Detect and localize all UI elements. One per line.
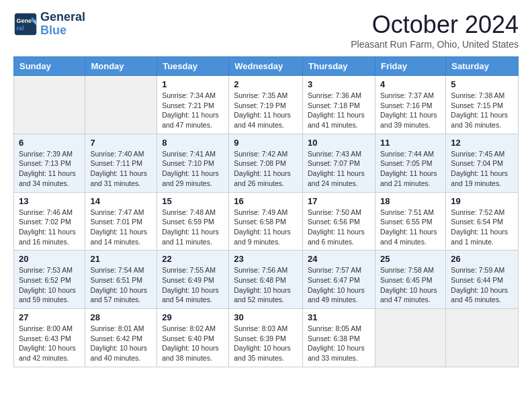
- day-number: 31: [308, 312, 370, 322]
- day-cell: [14, 76, 85, 134]
- day-cell: 7Sunrise: 7:40 AM Sunset: 7:11 PM Daylig…: [85, 134, 157, 192]
- col-header-monday: Monday: [85, 57, 157, 76]
- day-cell: [85, 76, 157, 134]
- week-row-5: 27Sunrise: 8:00 AM Sunset: 6:43 PM Dayli…: [14, 309, 519, 367]
- day-info: Sunrise: 7:41 AM Sunset: 7:10 PM Dayligh…: [162, 149, 224, 189]
- day-cell: 9Sunrise: 7:42 AM Sunset: 7:08 PM Daylig…: [229, 134, 303, 192]
- day-cell: 18Sunrise: 7:51 AM Sunset: 6:55 PM Dayli…: [375, 192, 445, 250]
- day-number: 10: [308, 138, 370, 148]
- day-info: Sunrise: 7:57 AM Sunset: 6:47 PM Dayligh…: [308, 265, 370, 305]
- day-number: 11: [380, 138, 441, 148]
- day-number: 21: [90, 254, 152, 264]
- logo-text-line1: General: [40, 11, 85, 24]
- day-cell: 11Sunrise: 7:44 AM Sunset: 7:05 PM Dayli…: [375, 134, 445, 192]
- day-number: 29: [162, 312, 224, 322]
- col-header-tuesday: Tuesday: [157, 57, 229, 76]
- day-info: Sunrise: 7:45 AM Sunset: 7:04 PM Dayligh…: [451, 149, 513, 189]
- day-cell: 3Sunrise: 7:36 AM Sunset: 7:18 PM Daylig…: [303, 76, 375, 134]
- day-cell: 12Sunrise: 7:45 AM Sunset: 7:04 PM Dayli…: [446, 134, 519, 192]
- day-info: Sunrise: 7:39 AM Sunset: 7:13 PM Dayligh…: [19, 149, 80, 189]
- day-info: Sunrise: 7:37 AM Sunset: 7:16 PM Dayligh…: [380, 91, 441, 130]
- day-info: Sunrise: 7:36 AM Sunset: 7:18 PM Dayligh…: [308, 91, 370, 130]
- day-info: Sunrise: 7:58 AM Sunset: 6:45 PM Dayligh…: [380, 265, 441, 305]
- col-header-sunday: Sunday: [14, 57, 85, 76]
- day-cell: 22Sunrise: 7:55 AM Sunset: 6:49 PM Dayli…: [157, 250, 229, 309]
- day-cell: 30Sunrise: 8:03 AM Sunset: 6:39 PM Dayli…: [229, 309, 303, 367]
- day-number: 15: [162, 196, 224, 206]
- day-info: Sunrise: 7:43 AM Sunset: 7:07 PM Dayligh…: [308, 149, 370, 189]
- col-header-thursday: Thursday: [303, 57, 375, 76]
- day-cell: 2Sunrise: 7:35 AM Sunset: 7:19 PM Daylig…: [229, 76, 303, 134]
- col-header-friday: Friday: [375, 57, 445, 76]
- svg-text:ral: ral: [17, 25, 24, 32]
- logo-text-line2: Blue: [40, 24, 85, 38]
- day-number: 2: [234, 79, 298, 89]
- day-info: Sunrise: 7:35 AM Sunset: 7:19 PM Dayligh…: [234, 91, 298, 130]
- day-cell: 25Sunrise: 7:58 AM Sunset: 6:45 PM Dayli…: [375, 250, 445, 309]
- day-cell: 27Sunrise: 8:00 AM Sunset: 6:43 PM Dayli…: [14, 309, 85, 367]
- day-info: Sunrise: 7:50 AM Sunset: 6:56 PM Dayligh…: [308, 208, 370, 247]
- day-number: 1: [162, 79, 224, 89]
- day-info: Sunrise: 7:59 AM Sunset: 6:44 PM Dayligh…: [451, 265, 513, 305]
- day-info: Sunrise: 7:51 AM Sunset: 6:55 PM Dayligh…: [380, 208, 441, 247]
- header: Gene ral General Blue October 2024 Pleas…: [13, 11, 519, 50]
- day-cell: 23Sunrise: 7:56 AM Sunset: 6:48 PM Dayli…: [229, 250, 303, 309]
- logo: Gene ral General Blue: [13, 11, 85, 38]
- month-title: October 2024: [351, 11, 519, 39]
- day-number: 18: [380, 196, 441, 206]
- day-info: Sunrise: 8:05 AM Sunset: 6:38 PM Dayligh…: [308, 324, 370, 363]
- day-info: Sunrise: 8:01 AM Sunset: 6:42 PM Dayligh…: [90, 324, 152, 363]
- title-section: October 2024 Pleasant Run Farm, Ohio, Un…: [351, 11, 519, 50]
- day-number: 20: [19, 254, 80, 264]
- svg-text:Gene: Gene: [17, 17, 32, 24]
- day-cell: 20Sunrise: 7:53 AM Sunset: 6:52 PM Dayli…: [14, 250, 85, 309]
- day-number: 5: [451, 79, 513, 89]
- week-row-2: 6Sunrise: 7:39 AM Sunset: 7:13 PM Daylig…: [14, 134, 519, 192]
- day-number: 25: [380, 254, 441, 264]
- day-info: Sunrise: 7:49 AM Sunset: 6:58 PM Dayligh…: [234, 208, 298, 247]
- day-cell: 29Sunrise: 8:02 AM Sunset: 6:40 PM Dayli…: [157, 309, 229, 367]
- day-cell: 14Sunrise: 7:47 AM Sunset: 7:01 PM Dayli…: [85, 192, 157, 250]
- day-cell: 1Sunrise: 7:34 AM Sunset: 7:21 PM Daylig…: [157, 76, 229, 134]
- day-info: Sunrise: 8:02 AM Sunset: 6:40 PM Dayligh…: [162, 324, 224, 363]
- col-header-saturday: Saturday: [446, 57, 519, 76]
- page: Gene ral General Blue October 2024 Pleas…: [0, 0, 532, 378]
- day-number: 23: [234, 254, 298, 264]
- day-number: 7: [90, 138, 152, 148]
- calendar-table: SundayMondayTuesdayWednesdayThursdayFrid…: [13, 56, 519, 367]
- day-cell: 31Sunrise: 8:05 AM Sunset: 6:38 PM Dayli…: [303, 309, 375, 367]
- day-number: 24: [308, 254, 370, 264]
- day-number: 17: [308, 196, 370, 206]
- day-number: 12: [451, 138, 513, 148]
- day-cell: 17Sunrise: 7:50 AM Sunset: 6:56 PM Dayli…: [303, 192, 375, 250]
- day-cell: 19Sunrise: 7:52 AM Sunset: 6:54 PM Dayli…: [446, 192, 519, 250]
- day-info: Sunrise: 8:03 AM Sunset: 6:39 PM Dayligh…: [234, 324, 298, 363]
- day-cell: 24Sunrise: 7:57 AM Sunset: 6:47 PM Dayli…: [303, 250, 375, 309]
- week-row-1: 1Sunrise: 7:34 AM Sunset: 7:21 PM Daylig…: [14, 76, 519, 134]
- day-cell: 5Sunrise: 7:38 AM Sunset: 7:15 PM Daylig…: [446, 76, 519, 134]
- day-number: 14: [90, 196, 152, 206]
- day-info: Sunrise: 7:42 AM Sunset: 7:08 PM Dayligh…: [234, 149, 298, 189]
- day-info: Sunrise: 7:34 AM Sunset: 7:21 PM Dayligh…: [162, 91, 224, 130]
- day-number: 3: [308, 79, 370, 89]
- day-number: 19: [451, 196, 513, 206]
- day-cell: 13Sunrise: 7:46 AM Sunset: 7:02 PM Dayli…: [14, 192, 85, 250]
- day-info: Sunrise: 7:47 AM Sunset: 7:01 PM Dayligh…: [90, 208, 152, 247]
- day-number: 9: [234, 138, 298, 148]
- day-cell: 8Sunrise: 7:41 AM Sunset: 7:10 PM Daylig…: [157, 134, 229, 192]
- day-cell: [446, 309, 519, 367]
- location: Pleasant Run Farm, Ohio, United States: [351, 39, 519, 50]
- day-info: Sunrise: 7:40 AM Sunset: 7:11 PM Dayligh…: [90, 149, 152, 189]
- logo-icon: Gene ral: [13, 12, 38, 36]
- day-info: Sunrise: 7:48 AM Sunset: 6:59 PM Dayligh…: [162, 208, 224, 247]
- day-info: Sunrise: 7:46 AM Sunset: 7:02 PM Dayligh…: [19, 208, 80, 247]
- day-number: 6: [19, 138, 80, 148]
- day-number: 26: [451, 254, 513, 264]
- week-row-4: 20Sunrise: 7:53 AM Sunset: 6:52 PM Dayli…: [14, 250, 519, 309]
- day-cell: 4Sunrise: 7:37 AM Sunset: 7:16 PM Daylig…: [375, 76, 445, 134]
- day-info: Sunrise: 7:44 AM Sunset: 7:05 PM Dayligh…: [380, 149, 441, 189]
- day-number: 13: [19, 196, 80, 206]
- day-info: Sunrise: 7:54 AM Sunset: 6:51 PM Dayligh…: [90, 265, 152, 305]
- day-number: 28: [90, 312, 152, 322]
- day-cell: 26Sunrise: 7:59 AM Sunset: 6:44 PM Dayli…: [446, 250, 519, 309]
